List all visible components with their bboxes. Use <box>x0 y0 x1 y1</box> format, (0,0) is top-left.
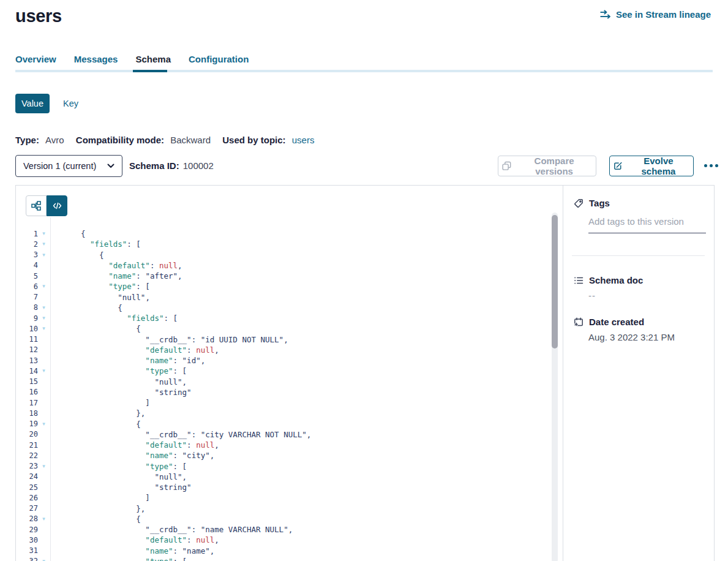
page-title: users <box>15 5 62 27</box>
schema-doc-heading-label: Schema doc <box>589 275 643 285</box>
code-line-17: 17 ] <box>16 397 549 408</box>
fold-arrow-icon[interactable]: ▾ <box>38 252 50 258</box>
code-view-icon <box>53 201 62 210</box>
schema-doc-value: -- <box>588 290 596 301</box>
line-number: 30 <box>16 536 38 544</box>
topic-link[interactable]: users <box>292 135 315 145</box>
schema-sidebar: Tags Schema doc -- <box>563 186 715 561</box>
code-line-25: 25 "string" <box>16 482 549 492</box>
line-number: 17 <box>16 399 38 407</box>
fold-arrow-icon[interactable]: ▾ <box>38 464 50 469</box>
line-number: 9 <box>16 314 38 323</box>
code-text: "name": "city", <box>81 451 214 460</box>
fold-arrow-icon[interactable]: ▾ <box>38 516 50 522</box>
line-number: 2 <box>16 240 38 249</box>
tags-input[interactable] <box>588 216 706 233</box>
compare-versions-label: Compare versions <box>516 156 592 176</box>
evolve-schema-button[interactable]: Evolve schema <box>609 156 694 176</box>
dot-icon <box>715 164 718 167</box>
code-text: { <box>81 250 104 260</box>
code-text: "type": [ <box>81 282 150 291</box>
schema-id-label: Schema ID: <box>129 160 179 171</box>
code-text: { <box>81 229 86 238</box>
value-toggle-button[interactable]: Value <box>15 94 50 113</box>
code-line-10: 10▾ { <box>16 323 549 334</box>
fold-arrow-icon[interactable]: ▾ <box>38 284 50 289</box>
code-line-18: 18 }, <box>16 408 549 418</box>
dot-icon <box>710 164 713 167</box>
line-number: 6 <box>16 282 38 291</box>
code-line-5: 5 "name": "after", <box>16 271 549 281</box>
more-menu-button[interactable] <box>702 162 721 170</box>
line-number: 25 <box>16 483 38 492</box>
tab-overview[interactable]: Overview <box>15 54 56 64</box>
code-line-31: 31 "name": "name", <box>16 546 549 556</box>
compare-versions-button[interactable]: Compare versions <box>498 156 596 176</box>
fold-arrow-icon[interactable]: ▾ <box>38 421 50 427</box>
code-view-button[interactable] <box>47 195 67 216</box>
code-line-23: 23▾ "type": [ <box>16 461 549 472</box>
line-number: 23 <box>16 462 38 470</box>
code-text: "name": "id", <box>81 356 205 365</box>
stream-lineage-label: See in Stream lineage <box>616 9 711 20</box>
code-text: "type": [ <box>81 462 187 471</box>
code-text: ] <box>81 398 150 407</box>
tab-messages[interactable]: Messages <box>74 54 118 64</box>
fold-arrow-icon[interactable]: ▾ <box>38 559 50 561</box>
evolve-schema-icon <box>614 161 623 171</box>
code-line-20: 20 "__crdb__": "city VARCHAR NOT NULL", <box>16 429 549 440</box>
code-text: "string" <box>81 483 192 492</box>
code-line-15: 15 "null", <box>16 377 549 387</box>
tab-configuration[interactable]: Configuration <box>189 54 249 64</box>
schema-meta-row: Type: Avro Compatibility mode: Backward … <box>15 135 314 145</box>
code-text: { <box>81 514 141 524</box>
compatibility-value: Backward <box>170 135 211 145</box>
fold-arrow-icon[interactable]: ▾ <box>38 326 50 331</box>
code-text: }, <box>81 504 145 513</box>
code-text: "__crdb__": "city VARCHAR NOT NULL", <box>81 430 311 439</box>
fold-arrow-icon[interactable]: ▾ <box>38 231 50 236</box>
code-text: "fields": [ <box>81 239 141 249</box>
calendar-plus-icon <box>574 317 584 327</box>
code-line-16: 16 "string" <box>16 387 549 397</box>
fold-arrow-icon[interactable]: ▾ <box>38 315 50 321</box>
fold-arrow-icon[interactable]: ▾ <box>38 305 50 311</box>
compatibility-label: Compatibility mode: <box>76 135 164 145</box>
tab-schema[interactable]: Schema <box>135 54 171 64</box>
tags-heading-label: Tags <box>589 198 610 208</box>
key-toggle-button[interactable]: Key <box>61 94 81 113</box>
type-label: Type: <box>15 135 39 145</box>
code-line-32: 32▾ "type": [ <box>16 556 549 561</box>
date-created-heading: Date created <box>574 317 644 327</box>
version-select[interactable]: Version 1 (current) <box>15 155 122 177</box>
code-text: "string" <box>81 388 192 397</box>
line-number: 31 <box>16 546 38 555</box>
chevron-down-icon <box>107 164 114 168</box>
line-number: 3 <box>16 250 38 259</box>
line-number: 14 <box>16 367 38 375</box>
code-text: "null", <box>81 472 187 481</box>
code-editor: 1▾{2▾ "fields": [3▾ {4 "default": null,5… <box>16 228 549 561</box>
code-text: { <box>81 303 122 312</box>
scrollbar-thumb[interactable] <box>552 215 558 348</box>
editor-scrollbar[interactable] <box>552 213 558 561</box>
fold-arrow-icon[interactable]: ▾ <box>38 241 50 247</box>
code-line-19: 19▾ { <box>16 419 549 429</box>
code-line-7: 7 "null", <box>16 292 549 303</box>
code-line-9: 9▾ "fields": [ <box>16 313 549 323</box>
line-number: 29 <box>16 525 38 534</box>
version-select-value: Version 1 (current) <box>23 161 107 171</box>
line-number: 26 <box>16 494 38 502</box>
code-line-2: 2▾ "fields": [ <box>16 239 549 249</box>
line-number: 15 <box>16 377 38 386</box>
code-line-21: 21 "default": null, <box>16 440 549 450</box>
fold-arrow-icon[interactable]: ▾ <box>38 368 50 374</box>
code-line-26: 26 ] <box>16 492 549 503</box>
code-text: "fields": [ <box>81 314 178 323</box>
tab-underline-track <box>15 70 713 72</box>
tree-view-button[interactable] <box>26 195 47 216</box>
used-by-topic-label: Used by topic: <box>222 135 285 145</box>
code-line-8: 8▾ { <box>16 303 549 313</box>
code-text: ] <box>81 493 150 502</box>
stream-lineage-link[interactable]: See in Stream lineage <box>600 9 711 20</box>
